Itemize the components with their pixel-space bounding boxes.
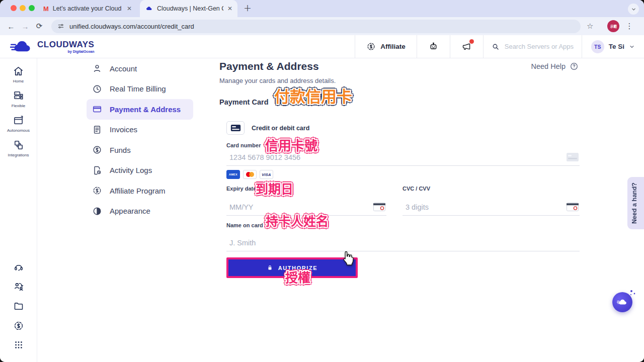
name-on-card-label: Name on card — [226, 222, 580, 228]
expiry-input[interactable] — [229, 203, 369, 211]
need-a-hand-label: Need a hand? — [631, 183, 638, 224]
lock-icon — [267, 264, 273, 271]
nav-label: Appearance — [110, 207, 150, 215]
bookmark-star-icon[interactable]: ☆ — [587, 22, 593, 31]
header-search[interactable] — [483, 35, 582, 58]
bot-button[interactable] — [417, 35, 450, 58]
sidebar-item-home[interactable]: Home — [13, 65, 24, 83]
dollar-dashed-icon — [92, 186, 102, 196]
mastercard-icon — [243, 170, 257, 179]
fullscreen-window-button[interactable] — [29, 5, 35, 11]
need-help-link[interactable]: Need Help — [531, 62, 579, 71]
desktop-backdrop: M Let's activate your Cloudways ✕ Cloudw… — [0, 0, 644, 362]
nav-label: Real Time Billing — [110, 84, 166, 93]
authorize-highlight-frame: AUTHORIZE — [226, 257, 358, 278]
app-header: CLOUDWAYS by DigitalOcean Affiliate — [0, 35, 644, 58]
clock-icon — [92, 84, 102, 94]
url-text: unified.cloudways.com/account/credit_car… — [69, 23, 194, 30]
question-circle-icon — [570, 62, 579, 71]
user-menu[interactable]: TS Te Si — [582, 35, 644, 58]
nav-item-payment-address[interactable]: Payment & Address — [87, 99, 193, 120]
nav-item-real-time-billing[interactable]: Real Time Billing — [87, 79, 193, 100]
tab-gmail[interactable]: M Let's activate your Cloudways ✕ — [38, 0, 137, 17]
browser-profile-avatar[interactable]: 示範 — [607, 20, 619, 32]
cloudways-cloud-icon — [617, 298, 628, 306]
close-window-button[interactable] — [11, 5, 17, 11]
tab-search-chevron-icon[interactable] — [628, 4, 639, 15]
name-field-row — [226, 234, 580, 251]
server-grid-icon — [13, 90, 24, 102]
chat-widget-dots — [629, 290, 637, 298]
support-headset-icon[interactable] — [13, 261, 24, 273]
sidebar-item-autonomous[interactable]: Autonomous — [7, 115, 30, 133]
cvc-label: CVC / CVV — [403, 186, 580, 192]
payment-card-form: Credit or debit card Card number AMEX VI… — [226, 121, 580, 278]
nav-item-funds[interactable]: Funds — [87, 140, 193, 160]
browser-window-icon — [13, 115, 24, 126]
card-number-label: Card number — [226, 142, 580, 148]
expiry-field-row — [226, 198, 386, 216]
folder-icon[interactable] — [13, 301, 24, 312]
nav-item-appearance[interactable]: Appearance — [87, 201, 193, 222]
forward-button[interactable]: → — [18, 22, 32, 31]
user-avatar: TS — [591, 40, 604, 53]
contrast-icon — [92, 206, 102, 216]
nav-label: Account — [110, 64, 137, 73]
sidebar-item-flexible[interactable]: Flexible — [12, 90, 26, 108]
authorize-label: AUTHORIZE — [278, 265, 318, 271]
nav-item-account[interactable]: Account — [87, 58, 193, 79]
linked-squares-icon — [13, 139, 24, 151]
dollar-circle-icon — [92, 145, 102, 155]
robot-icon — [428, 41, 439, 52]
close-tab-icon[interactable]: ✕ — [227, 5, 232, 12]
nav-label: Affiliate Program — [110, 187, 166, 195]
nav-item-invoices[interactable]: Invoices — [87, 120, 193, 140]
site-settings-icon[interactable] — [57, 23, 64, 30]
cloudways-logo[interactable]: CLOUDWAYS by DigitalOcean — [10, 39, 94, 55]
left-rail: Home Flexible Autonomous Integrations — [0, 58, 37, 362]
name-on-card-input[interactable] — [229, 239, 579, 247]
page-title: Payment & Address — [219, 60, 644, 72]
authorize-button[interactable]: AUTHORIZE — [228, 259, 356, 276]
main-content: Payment & Address Manage your cards and … — [219, 58, 644, 362]
sidebar-item-integrations[interactable]: Integrations — [8, 139, 29, 157]
tab-cloudways[interactable]: Cloudways | Next-Gen Cloud ✕ — [140, 0, 237, 17]
search-input[interactable] — [505, 43, 580, 50]
credit-card-icon — [92, 104, 102, 114]
brand-subtitle: by DigitalOcean — [37, 50, 94, 53]
card-cvc-icon — [567, 203, 579, 211]
visa-icon: VISA — [260, 170, 273, 179]
expiry-label: Expiry date — [226, 186, 386, 192]
address-bar[interactable]: unified.cloudways.com/account/credit_car… — [51, 20, 581, 33]
browser-toolbar: ← → ⟳ unified.cloudways.com/account/cred… — [0, 17, 644, 35]
apps-grid-icon[interactable] — [14, 340, 24, 350]
cloudways-cloud-icon — [10, 39, 33, 55]
affiliate-button[interactable]: Affiliate — [355, 35, 417, 58]
dollar-circle-icon[interactable] — [13, 320, 24, 331]
reload-button[interactable]: ⟳ — [32, 22, 46, 31]
user-name: Te Si — [609, 43, 624, 50]
minimize-window-button[interactable] — [20, 5, 26, 11]
rail-label: Home — [13, 79, 24, 83]
gmail-icon: M — [43, 5, 49, 13]
tab-strip: M Let's activate your Cloudways ✕ Cloudw… — [0, 0, 644, 17]
nav-label: Payment & Address — [110, 105, 181, 114]
cvc-input[interactable] — [406, 203, 562, 211]
card-cvc-icon — [373, 203, 385, 211]
new-tab-button[interactable]: ＋ — [243, 4, 253, 14]
amex-icon: AMEX — [226, 170, 240, 179]
browser-menu-icon[interactable]: ⋮ — [625, 22, 633, 31]
card-number-input[interactable] — [229, 153, 562, 161]
nav-item-affiliate-program[interactable]: Affiliate Program — [87, 180, 193, 201]
announcements-button[interactable] — [450, 35, 483, 58]
chevron-down-icon — [629, 44, 635, 50]
referral-icon[interactable] — [13, 281, 24, 292]
file-clock-icon — [92, 165, 102, 175]
nav-item-activity-logs[interactable]: Activity Logs — [87, 160, 193, 181]
close-tab-icon[interactable]: ✕ — [127, 5, 132, 12]
rail-label: Autonomous — [7, 128, 30, 133]
back-button[interactable]: ← — [4, 22, 18, 31]
need-a-hand-tab[interactable]: Need a hand? — [627, 177, 644, 229]
need-help-label: Need Help — [531, 62, 566, 70]
user-icon — [92, 63, 102, 73]
